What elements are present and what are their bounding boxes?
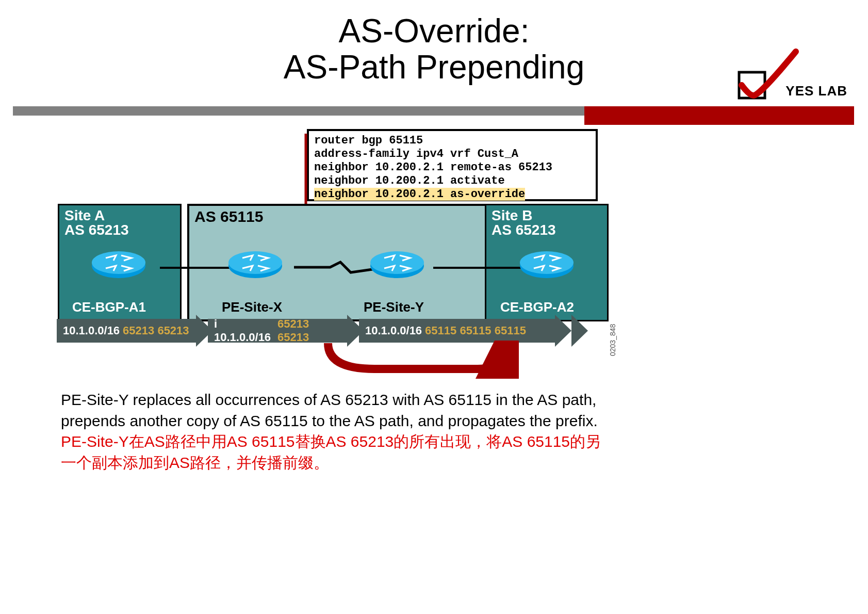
provider-as-label: AS 65115: [194, 208, 263, 225]
router-ce-a2-icon: [518, 250, 575, 281]
arrow-head-icon: [555, 315, 571, 347]
svg-point-4: [228, 251, 282, 274]
flow-1-aspath: 65213 65213: [123, 324, 189, 337]
description-english: PE-Site-Y replaces all occurrences of AS…: [61, 391, 598, 429]
site-b-asn: AS 65213: [492, 222, 556, 238]
flow-3-aspath: 65115 65115 65115: [425, 324, 526, 337]
yeslab-logo: YES LAB: [734, 46, 847, 103]
router-pe-x-label: PE-Site-X: [222, 299, 282, 315]
arrow-head-icon: [571, 315, 588, 347]
svg-point-8: [520, 251, 574, 274]
slide: AS-Override: AS-Path Prepending YES LAB …: [0, 0, 868, 614]
flow-2-prefix: i 10.1.0.0/16: [214, 317, 274, 344]
router-ce-a1-icon: [90, 250, 147, 281]
title-line-1: AS-Override:: [339, 12, 530, 50]
link-3: [433, 267, 526, 269]
flow-arrow-2: i 10.1.0.0/16 65213 65213: [208, 319, 347, 343]
title-line-2: AS-Path Prepending: [284, 49, 585, 86]
router-pe-y-label: PE-Site-Y: [364, 299, 424, 315]
flow-arrow-3: 10.1.0.0/16 65115 65115 65115: [359, 319, 555, 343]
site-a-name: Site A: [64, 207, 105, 223]
description-chinese: PE-Site-Y在AS路径中用AS 65115替换AS 65213的所有出现，…: [61, 433, 601, 471]
flow-arrow-1: 10.1.0.0/16 65213 65213: [57, 319, 196, 343]
divider-red: [584, 106, 854, 125]
divider-gray: [13, 106, 584, 116]
flow-arrows: 10.1.0.0/16 65213 65213 i 10.1.0.0/16 65…: [57, 319, 609, 343]
description-text: PE-Site-Y replaces all occurrences of AS…: [61, 390, 608, 473]
override-arrow-icon: [323, 341, 519, 382]
svg-point-2: [92, 251, 145, 274]
router-pe-x-icon: [227, 250, 284, 281]
router-pe-y-icon: [369, 250, 425, 281]
figure-code: 0203_848: [609, 324, 617, 356]
router-ce-a1-label: CE-BGP-A1: [72, 299, 146, 315]
router-ce-a2-label: CE-BGP-A2: [500, 299, 574, 315]
site-a-asn: AS 65213: [64, 222, 129, 238]
site-b-name: Site B: [492, 207, 532, 223]
flow-1-prefix: 10.1.0.0/16: [63, 324, 120, 337]
svg-point-6: [370, 251, 424, 274]
flow-3-prefix: 10.1.0.0/16: [365, 324, 422, 337]
logo-text: YES LAB: [785, 83, 847, 99]
